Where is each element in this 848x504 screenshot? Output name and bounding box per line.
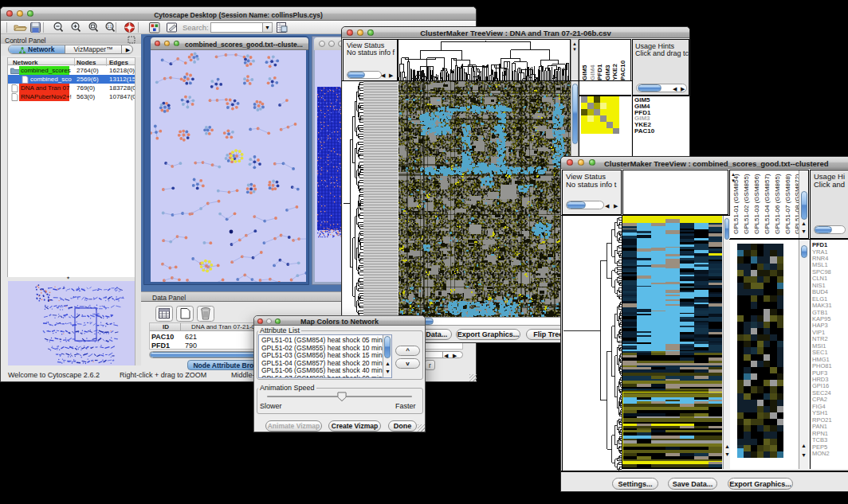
- svg-text:1:1: 1:1: [107, 25, 112, 29]
- svg-text:Search:: Search:: [183, 23, 209, 32]
